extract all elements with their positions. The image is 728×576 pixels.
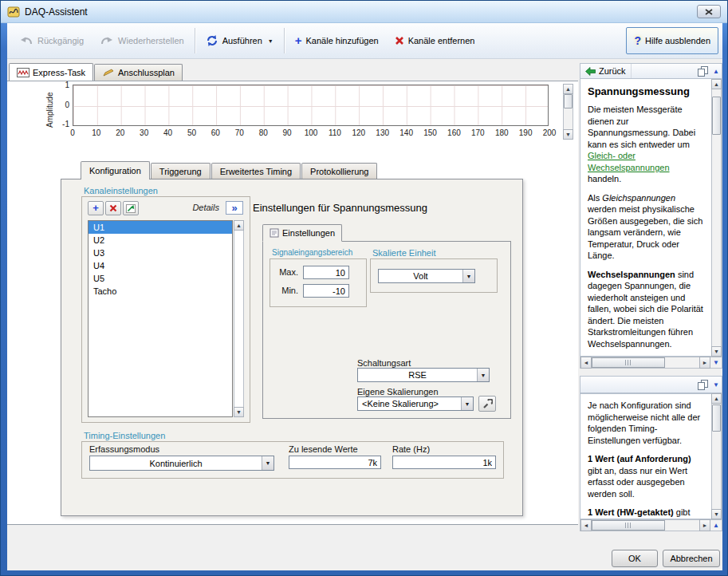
help-collapse-down-button[interactable]: ▼ bbox=[710, 357, 722, 368]
run-label: Ausführen bbox=[222, 36, 262, 45]
help-text: handeln. bbox=[588, 174, 621, 183]
scroll-down-button[interactable]: ▼ bbox=[234, 407, 244, 417]
scroll-track bbox=[712, 403, 721, 510]
scaled-unit-group-label: Skalierte Einheit bbox=[372, 248, 436, 258]
help2-header: ▼ bbox=[580, 376, 722, 393]
undo-label: Rückgängig bbox=[37, 36, 84, 45]
tab-einstellungen-label: Einstellungen bbox=[282, 228, 335, 238]
terminal-config-value: RSE bbox=[358, 369, 477, 381]
custom-scale-dropdown[interactable]: <Keine Skalierung> ▼ bbox=[357, 396, 474, 411]
grip-icon bbox=[625, 523, 632, 528]
undo-button[interactable]: Rückgängig bbox=[11, 27, 92, 54]
close-icon bbox=[705, 9, 713, 15]
hide-help-button[interactable]: ? Hilfe ausblenden bbox=[626, 27, 718, 54]
scroll-left-button[interactable]: ◄ bbox=[580, 519, 592, 531]
scroll-down-button[interactable]: ▼ bbox=[711, 509, 722, 519]
channel-add-button[interactable]: + bbox=[88, 201, 104, 215]
add-channels-label: Kanäle hinzufügen bbox=[306, 36, 379, 45]
hide-help-label: Hilfe ausblenden bbox=[645, 36, 710, 45]
tab-express-task[interactable]: Express-Task bbox=[9, 63, 93, 81]
chevron-down-icon[interactable]: ▼ bbox=[461, 397, 473, 410]
channel-list-item[interactable]: U4 bbox=[89, 259, 232, 272]
help2-collapse-up-button[interactable]: ▲ bbox=[710, 520, 722, 531]
edit-scale-button[interactable] bbox=[478, 396, 496, 412]
channel-list-item[interactable]: Tacho bbox=[89, 285, 232, 298]
scroll-down-button[interactable]: ▼ bbox=[563, 129, 573, 140]
help-link-wechselspannung[interactable]: Wechselspannungen bbox=[588, 163, 670, 172]
redo-button[interactable]: Wiederherstellen bbox=[92, 27, 192, 54]
help-link-gleichspannung[interactable]: Gleich- oder bbox=[588, 151, 636, 160]
help-copy-button[interactable] bbox=[695, 64, 710, 78]
tab-einstellungen[interactable]: Einstellungen bbox=[262, 224, 342, 242]
help-paragraph: 1 Wert (HW-getaktet) gibt an, dass ein W… bbox=[588, 507, 704, 519]
titlebar[interactable]: DAQ-Assistent bbox=[1, 1, 727, 23]
chevron-down-icon[interactable]: ▼ bbox=[462, 270, 474, 282]
scroll-thumb[interactable] bbox=[592, 520, 665, 531]
tab-anschlussplan-label: Anschlussplan bbox=[118, 68, 175, 77]
help-back-label: Zurück bbox=[599, 66, 626, 76]
tab-konfiguration[interactable]: Konfiguration bbox=[81, 161, 150, 180]
chart-plot-area bbox=[73, 85, 549, 126]
min-input[interactable] bbox=[303, 284, 349, 298]
help2-collapse-button[interactable]: ▼ bbox=[710, 381, 722, 389]
tab-protokollierung[interactable]: Protokollierung bbox=[301, 163, 377, 180]
tab-erweitertes-timing[interactable]: Erweitertes Timing bbox=[211, 163, 301, 180]
scroll-thumb[interactable] bbox=[592, 357, 665, 368]
remove-icon bbox=[395, 36, 404, 45]
chart-y-tick: 1 bbox=[57, 81, 69, 89]
details-expand-button[interactable]: » bbox=[226, 201, 243, 215]
close-button[interactable] bbox=[697, 5, 721, 18]
chart-x-tick: 10 bbox=[85, 128, 108, 137]
channel-toolbar: + bbox=[88, 201, 140, 215]
client-area: Rückgängig Wiederherstellen Ausführen ▼ … bbox=[7, 23, 722, 570]
run-dropdown-caret[interactable]: ▼ bbox=[268, 38, 273, 44]
chart-y-tick: 0 bbox=[57, 101, 69, 109]
chart-x-tick: 170 bbox=[466, 128, 490, 137]
acquisition-mode-dropdown[interactable]: Kontinuierlich ▼ bbox=[89, 456, 274, 471]
max-input[interactable] bbox=[303, 266, 349, 279]
unit-dropdown[interactable]: Volt ▼ bbox=[378, 269, 475, 283]
scroll-thumb[interactable] bbox=[712, 404, 721, 432]
terminal-config-label: Schaltungsart bbox=[357, 358, 411, 368]
channel-list-item[interactable]: U1 bbox=[89, 221, 232, 234]
samples-to-read-input[interactable] bbox=[289, 456, 381, 469]
chart-x-tick: 110 bbox=[323, 128, 347, 137]
timing-settings-group: Timing-Einstellungen Erfassungsmodus Kon… bbox=[81, 431, 504, 479]
voltage-settings-heading: Einstellungen für Spannungsmessung bbox=[253, 202, 427, 214]
cancel-button[interactable]: Abbrechen bbox=[663, 550, 720, 567]
scroll-right-button[interactable]: ► bbox=[699, 357, 710, 369]
unit-dropdown-value: Volt bbox=[379, 270, 462, 282]
channel-exchange-button[interactable] bbox=[123, 201, 139, 215]
terminal-config-dropdown[interactable]: RSE ▼ bbox=[357, 368, 490, 382]
channel-delete-button[interactable] bbox=[105, 201, 121, 215]
channel-list-item[interactable]: U2 bbox=[89, 234, 232, 247]
tab-triggerung[interactable]: Triggerung bbox=[151, 163, 211, 180]
redo-label: Wiederherstellen bbox=[118, 36, 184, 45]
help2-copy-button[interactable] bbox=[695, 377, 710, 393]
scroll-down-button[interactable]: ▼ bbox=[711, 346, 722, 357]
chevron-down-icon[interactable]: ▼ bbox=[477, 369, 489, 381]
chevron-down-icon[interactable]: ▼ bbox=[262, 456, 273, 470]
settings-page: Signaleingangsbereich Max. Min. Skaliert… bbox=[262, 241, 511, 419]
grip-icon bbox=[625, 360, 632, 365]
ok-button[interactable]: OK bbox=[612, 550, 658, 567]
samples-to-read-label: Zu lesende Werte bbox=[289, 444, 358, 454]
scroll-thumb[interactable] bbox=[712, 97, 721, 135]
rate-input[interactable] bbox=[392, 456, 496, 469]
help-collapse-up-button[interactable]: ▲ bbox=[710, 68, 722, 75]
channel-list-item[interactable]: U5 bbox=[89, 272, 232, 285]
custom-scale-label: Eigene Skalierungen bbox=[357, 387, 439, 396]
run-button[interactable]: Ausführen ▼ bbox=[198, 27, 281, 54]
channel-list-item[interactable]: U3 bbox=[89, 247, 232, 259]
back-arrow-icon bbox=[585, 67, 596, 76]
help-title: Spannungsmessung bbox=[588, 85, 704, 98]
help-back-button[interactable]: Zurück bbox=[580, 64, 632, 78]
scroll-thumb[interactable] bbox=[564, 94, 573, 108]
add-channels-button[interactable]: + Kanäle hinzufügen bbox=[287, 27, 387, 54]
tab-anschlussplan[interactable]: Anschlussplan bbox=[94, 64, 183, 81]
chart-x-tick: 50 bbox=[180, 128, 204, 137]
tab-express-task-label: Express-Task bbox=[33, 68, 85, 77]
scroll-left-button[interactable]: ◄ bbox=[580, 357, 592, 369]
scroll-right-button[interactable]: ► bbox=[699, 519, 710, 531]
remove-channels-button[interactable]: Kanäle entfernen bbox=[387, 27, 483, 54]
